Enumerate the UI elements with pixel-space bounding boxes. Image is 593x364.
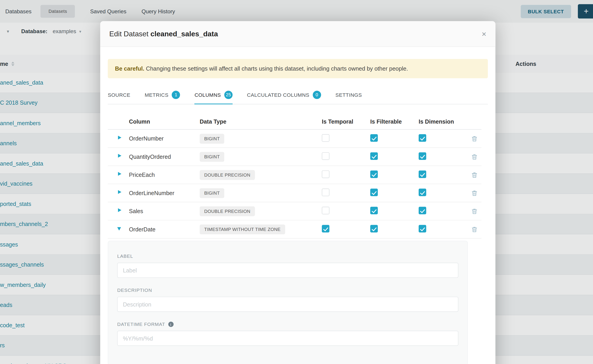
header-is-dimension: Is Dimension bbox=[419, 118, 467, 124]
is-temporal-checkbox[interactable] bbox=[322, 134, 329, 142]
collapse-caret-icon[interactable] bbox=[117, 226, 122, 231]
modal-header: Edit Dataset cleaned_sales_data × bbox=[100, 21, 495, 47]
column-row: Sales DOUBLE PRECISION bbox=[108, 202, 481, 220]
description-input[interactable] bbox=[117, 297, 459, 312]
column-name: OrderLineNumber bbox=[129, 190, 200, 196]
data-type-badge: DOUBLE PRECISION bbox=[200, 206, 255, 216]
modal-title-prefix: Edit Dataset bbox=[109, 30, 148, 38]
tab-metrics[interactable]: METRICS 1 bbox=[145, 91, 180, 104]
is-filterable-checkbox[interactable] bbox=[370, 152, 378, 160]
data-type-badge: DOUBLE PRECISION bbox=[200, 170, 255, 180]
is-dimension-checkbox[interactable] bbox=[419, 188, 426, 196]
warning-banner: Be careful. Changing these settings will… bbox=[108, 59, 488, 78]
info-icon[interactable]: i bbox=[168, 322, 173, 327]
is-temporal-checkbox[interactable] bbox=[322, 170, 329, 178]
column-name: Sales bbox=[129, 208, 200, 214]
modal-title: Edit Dataset cleaned_sales_data bbox=[109, 30, 218, 38]
data-type-badge: BIGINT bbox=[200, 134, 224, 143]
is-filterable-checkbox[interactable] bbox=[370, 207, 378, 214]
is-dimension-checkbox[interactable] bbox=[419, 152, 426, 160]
delete-column-button[interactable] bbox=[467, 226, 481, 232]
tab-label: SOURCE bbox=[108, 92, 130, 98]
header-column: Column bbox=[129, 118, 200, 124]
expand-caret-icon[interactable] bbox=[117, 153, 122, 159]
tab-count-badge: 1 bbox=[172, 91, 180, 99]
is-dimension-checkbox[interactable] bbox=[419, 225, 426, 233]
expand-caret-icon[interactable] bbox=[117, 172, 122, 177]
columns-table: Column Data Type Is Temporal Is Filterab… bbox=[108, 113, 481, 239]
expand-caret-icon[interactable] bbox=[117, 190, 122, 195]
tab-settings[interactable]: SETTINGS bbox=[336, 91, 362, 104]
tab-source[interactable]: SOURCE bbox=[108, 91, 130, 104]
column-name: OrderDate bbox=[129, 226, 200, 232]
column-row: OrderLineNumber BIGINT bbox=[108, 184, 481, 202]
tab-columns[interactable]: COLUMNS 25 bbox=[195, 91, 233, 104]
is-dimension-checkbox[interactable] bbox=[419, 134, 426, 142]
datetime-format-field-label: DATETIME FORMAT i bbox=[117, 322, 459, 327]
is-filterable-checkbox[interactable] bbox=[370, 170, 378, 178]
column-detail-panel: LABEL DESCRIPTION DATETIME FORMAT i bbox=[108, 241, 468, 364]
data-type-badge: BIGINT bbox=[200, 188, 224, 198]
delete-column-button[interactable] bbox=[467, 190, 481, 196]
modal-body: Be careful. Changing these settings will… bbox=[100, 59, 495, 364]
is-temporal-checkbox[interactable] bbox=[322, 152, 329, 160]
tab-label: COLUMNS bbox=[195, 92, 221, 98]
column-name: OrderNumber bbox=[129, 135, 200, 142]
is-dimension-checkbox[interactable] bbox=[419, 207, 426, 214]
description-field-label: DESCRIPTION bbox=[117, 287, 459, 293]
modal-tabs: SOURCE METRICS 1 COLUMNS 25 CALCULATED C… bbox=[108, 91, 488, 104]
data-type-badge: BIGINT bbox=[200, 152, 224, 162]
modal-title-dataset-name: cleaned_sales_data bbox=[151, 30, 218, 38]
column-row: OrderNumber BIGINT bbox=[108, 130, 481, 148]
header-is-filterable: Is Filterable bbox=[370, 118, 419, 124]
is-temporal-checkbox[interactable] bbox=[322, 188, 329, 196]
is-filterable-checkbox[interactable] bbox=[370, 188, 378, 196]
is-filterable-checkbox[interactable] bbox=[370, 134, 378, 142]
datetime-format-input[interactable] bbox=[117, 331, 459, 346]
datetime-format-label-text: DATETIME FORMAT bbox=[117, 322, 165, 327]
column-name: QuantityOrdered bbox=[129, 153, 200, 160]
expand-caret-icon[interactable] bbox=[117, 135, 122, 141]
column-row: OrderDate TIMESTAMP WITHOUT TIME ZONE bbox=[108, 220, 481, 238]
label-field-group: LABEL bbox=[117, 254, 459, 278]
expand-caret-icon[interactable] bbox=[117, 208, 122, 213]
column-name: PriceEach bbox=[129, 172, 200, 178]
columns-table-header: Column Data Type Is Temporal Is Filterab… bbox=[108, 113, 481, 130]
column-row: PriceEach DOUBLE PRECISION bbox=[108, 166, 481, 184]
tab-label: SETTINGS bbox=[336, 92, 362, 98]
tab-label: METRICS bbox=[145, 92, 168, 98]
column-row: QuantityOrdered BIGINT bbox=[108, 148, 481, 166]
data-type-badge: TIMESTAMP WITHOUT TIME ZONE bbox=[200, 224, 285, 234]
close-icon[interactable]: × bbox=[482, 30, 487, 38]
datetime-format-field-group: DATETIME FORMAT i bbox=[117, 322, 459, 346]
is-temporal-checkbox[interactable] bbox=[322, 225, 329, 233]
warning-banner-bold: Be careful. bbox=[115, 65, 145, 72]
description-field-group: DESCRIPTION bbox=[117, 287, 459, 312]
screen: Databases Datasets Saved Queries Query H… bbox=[0, 0, 593, 364]
delete-column-button[interactable] bbox=[467, 208, 481, 214]
is-temporal-checkbox[interactable] bbox=[322, 207, 329, 214]
warning-banner-text: Changing these settings will affect all … bbox=[146, 65, 408, 72]
tab-count-badge: 25 bbox=[224, 91, 233, 99]
tab-count-badge: 0 bbox=[313, 91, 321, 99]
header-data-type: Data Type bbox=[200, 118, 322, 124]
tab-calculated-columns[interactable]: CALCULATED COLUMNS 0 bbox=[247, 91, 321, 104]
label-field-label: LABEL bbox=[117, 254, 459, 259]
tab-label: CALCULATED COLUMNS bbox=[247, 92, 309, 98]
header-is-temporal: Is Temporal bbox=[322, 118, 370, 124]
delete-column-button[interactable] bbox=[467, 136, 481, 142]
label-input[interactable] bbox=[117, 263, 459, 278]
edit-dataset-modal: Edit Dataset cleaned_sales_data × Be car… bbox=[100, 21, 495, 364]
delete-column-button[interactable] bbox=[467, 172, 481, 178]
delete-column-button[interactable] bbox=[467, 154, 481, 160]
is-dimension-checkbox[interactable] bbox=[419, 170, 426, 178]
is-filterable-checkbox[interactable] bbox=[370, 225, 378, 233]
